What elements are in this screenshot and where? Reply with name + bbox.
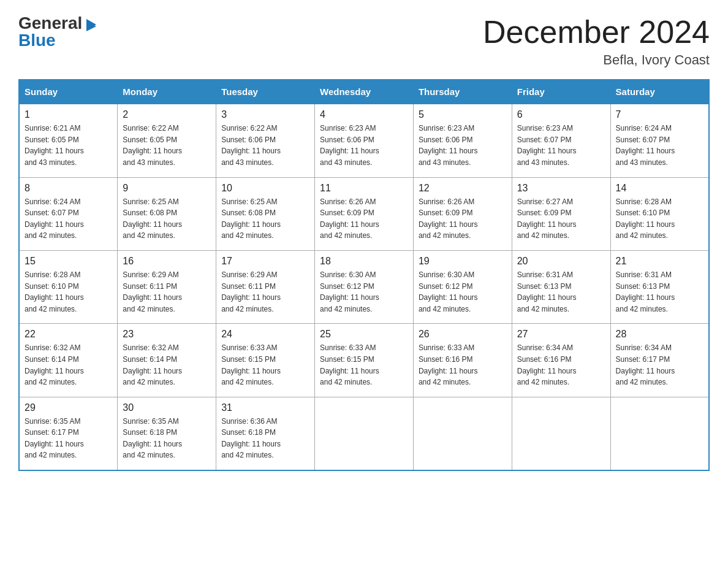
day-number: 29 [25, 402, 112, 413]
calendar-table: SundayMondayTuesdayWednesdayThursdayFrid… [18, 79, 710, 471]
calendar-cell: 13Sunrise: 6:27 AM Sunset: 6:09 PM Dayli… [512, 177, 610, 250]
calendar-cell: 30Sunrise: 6:35 AM Sunset: 6:18 PM Dayli… [118, 397, 216, 470]
day-info: Sunrise: 6:31 AM Sunset: 6:13 PM Dayligh… [517, 269, 605, 315]
column-header-friday: Friday [512, 80, 610, 104]
column-header-monday: Monday [118, 80, 216, 104]
calendar-cell: 29Sunrise: 6:35 AM Sunset: 6:17 PM Dayli… [19, 397, 118, 470]
day-info: Sunrise: 6:30 AM Sunset: 6:12 PM Dayligh… [419, 269, 507, 315]
day-number: 8 [25, 183, 112, 194]
calendar-week-row: 29Sunrise: 6:35 AM Sunset: 6:17 PM Dayli… [19, 397, 709, 470]
day-info: Sunrise: 6:28 AM Sunset: 6:10 PM Dayligh… [616, 196, 703, 242]
calendar-cell: 18Sunrise: 6:30 AM Sunset: 6:12 PM Dayli… [315, 250, 414, 323]
month-title: December 2024 [483, 15, 710, 50]
calendar-cell: 31Sunrise: 6:36 AM Sunset: 6:18 PM Dayli… [216, 397, 315, 470]
column-header-tuesday: Tuesday [216, 80, 315, 104]
calendar-cell: 6Sunrise: 6:23 AM Sunset: 6:07 PM Daylig… [512, 104, 610, 177]
day-info: Sunrise: 6:34 AM Sunset: 6:16 PM Dayligh… [517, 342, 605, 388]
day-info: Sunrise: 6:22 AM Sunset: 6:05 PM Dayligh… [123, 123, 211, 168]
day-number: 16 [123, 256, 211, 267]
day-info: Sunrise: 6:33 AM Sunset: 6:15 PM Dayligh… [221, 342, 309, 388]
day-number: 9 [123, 183, 211, 194]
day-number: 5 [419, 109, 507, 120]
day-info: Sunrise: 6:33 AM Sunset: 6:16 PM Dayligh… [419, 342, 507, 388]
day-info: Sunrise: 6:26 AM Sunset: 6:09 PM Dayligh… [419, 196, 507, 242]
day-info: Sunrise: 6:23 AM Sunset: 6:06 PM Dayligh… [320, 123, 408, 168]
day-number: 15 [25, 256, 112, 267]
day-number: 20 [517, 256, 605, 267]
day-number: 18 [320, 256, 408, 267]
calendar-cell: 27Sunrise: 6:34 AM Sunset: 6:16 PM Dayli… [512, 324, 610, 397]
calendar-cell: 3Sunrise: 6:22 AM Sunset: 6:06 PM Daylig… [216, 104, 315, 177]
day-info: Sunrise: 6:32 AM Sunset: 6:14 PM Dayligh… [123, 342, 211, 388]
day-number: 25 [320, 329, 408, 340]
calendar-cell: 8Sunrise: 6:24 AM Sunset: 6:07 PM Daylig… [19, 177, 118, 250]
calendar-cell: 1Sunrise: 6:21 AM Sunset: 6:05 PM Daylig… [19, 104, 118, 177]
day-info: Sunrise: 6:33 AM Sunset: 6:15 PM Dayligh… [320, 342, 408, 388]
calendar-cell: 11Sunrise: 6:26 AM Sunset: 6:09 PM Dayli… [315, 177, 414, 250]
column-header-sunday: Sunday [19, 80, 118, 104]
day-number: 19 [419, 256, 507, 267]
calendar-cell: 12Sunrise: 6:26 AM Sunset: 6:09 PM Dayli… [413, 177, 512, 250]
day-number: 6 [517, 109, 605, 120]
day-number: 28 [616, 329, 703, 340]
calendar-cell: 14Sunrise: 6:28 AM Sunset: 6:10 PM Dayli… [610, 177, 709, 250]
day-info: Sunrise: 6:24 AM Sunset: 6:07 PM Dayligh… [616, 123, 703, 168]
calendar-cell [512, 397, 610, 470]
day-number: 21 [616, 256, 703, 267]
calendar-week-row: 8Sunrise: 6:24 AM Sunset: 6:07 PM Daylig… [19, 177, 709, 250]
day-info: Sunrise: 6:29 AM Sunset: 6:11 PM Dayligh… [123, 269, 211, 315]
calendar-cell: 24Sunrise: 6:33 AM Sunset: 6:15 PM Dayli… [216, 324, 315, 397]
calendar-cell: 15Sunrise: 6:28 AM Sunset: 6:10 PM Dayli… [19, 250, 118, 323]
calendar-cell: 23Sunrise: 6:32 AM Sunset: 6:14 PM Dayli… [118, 324, 216, 397]
day-info: Sunrise: 6:22 AM Sunset: 6:06 PM Dayligh… [221, 123, 309, 168]
calendar-cell [413, 397, 512, 470]
calendar-cell: 21Sunrise: 6:31 AM Sunset: 6:13 PM Dayli… [610, 250, 709, 323]
day-info: Sunrise: 6:27 AM Sunset: 6:09 PM Dayligh… [517, 196, 605, 242]
calendar-cell: 2Sunrise: 6:22 AM Sunset: 6:05 PM Daylig… [118, 104, 216, 177]
day-number: 22 [25, 329, 112, 340]
day-info: Sunrise: 6:25 AM Sunset: 6:08 PM Dayligh… [123, 196, 211, 242]
location-subtitle: Befla, Ivory Coast [483, 52, 710, 68]
day-info: Sunrise: 6:35 AM Sunset: 6:18 PM Dayligh… [123, 416, 211, 461]
calendar-header-row: SundayMondayTuesdayWednesdayThursdayFrid… [19, 80, 709, 104]
day-number: 24 [221, 329, 309, 340]
calendar-cell: 28Sunrise: 6:34 AM Sunset: 6:17 PM Dayli… [610, 324, 709, 397]
logo: General Blue [18, 15, 97, 49]
column-header-saturday: Saturday [610, 80, 709, 104]
day-number: 12 [419, 183, 507, 194]
calendar-cell: 4Sunrise: 6:23 AM Sunset: 6:06 PM Daylig… [315, 104, 414, 177]
day-info: Sunrise: 6:28 AM Sunset: 6:10 PM Dayligh… [25, 269, 112, 315]
day-info: Sunrise: 6:24 AM Sunset: 6:07 PM Dayligh… [25, 196, 112, 242]
logo-blue: Blue [18, 31, 56, 50]
day-number: 13 [517, 183, 605, 194]
day-number: 27 [517, 329, 605, 340]
day-number: 1 [25, 109, 112, 120]
title-block: December 2024 Befla, Ivory Coast [483, 15, 710, 68]
day-number: 17 [221, 256, 309, 267]
day-info: Sunrise: 6:36 AM Sunset: 6:18 PM Dayligh… [221, 416, 309, 461]
day-info: Sunrise: 6:29 AM Sunset: 6:11 PM Dayligh… [221, 269, 309, 315]
calendar-cell: 16Sunrise: 6:29 AM Sunset: 6:11 PM Dayli… [118, 250, 216, 323]
day-number: 11 [320, 183, 408, 194]
day-number: 2 [123, 109, 211, 120]
day-number: 4 [320, 109, 408, 120]
calendar-cell: 7Sunrise: 6:24 AM Sunset: 6:07 PM Daylig… [610, 104, 709, 177]
day-info: Sunrise: 6:21 AM Sunset: 6:05 PM Dayligh… [25, 123, 112, 168]
calendar-cell: 5Sunrise: 6:23 AM Sunset: 6:06 PM Daylig… [413, 104, 512, 177]
day-number: 30 [123, 402, 211, 413]
day-info: Sunrise: 6:35 AM Sunset: 6:17 PM Dayligh… [25, 416, 112, 461]
day-number: 23 [123, 329, 211, 340]
day-info: Sunrise: 6:23 AM Sunset: 6:06 PM Dayligh… [419, 123, 507, 168]
calendar-cell: 10Sunrise: 6:25 AM Sunset: 6:08 PM Dayli… [216, 177, 315, 250]
day-number: 10 [221, 183, 309, 194]
calendar-cell: 26Sunrise: 6:33 AM Sunset: 6:16 PM Dayli… [413, 324, 512, 397]
column-header-wednesday: Wednesday [315, 80, 414, 104]
column-header-thursday: Thursday [413, 80, 512, 104]
day-number: 3 [221, 109, 309, 120]
day-number: 31 [221, 402, 309, 413]
logo-arrow-icon [84, 18, 97, 33]
page-header: General Blue December 2024 Befla, Ivory … [18, 15, 710, 68]
day-info: Sunrise: 6:23 AM Sunset: 6:07 PM Dayligh… [517, 123, 605, 168]
calendar-cell: 19Sunrise: 6:30 AM Sunset: 6:12 PM Dayli… [413, 250, 512, 323]
calendar-cell: 20Sunrise: 6:31 AM Sunset: 6:13 PM Dayli… [512, 250, 610, 323]
